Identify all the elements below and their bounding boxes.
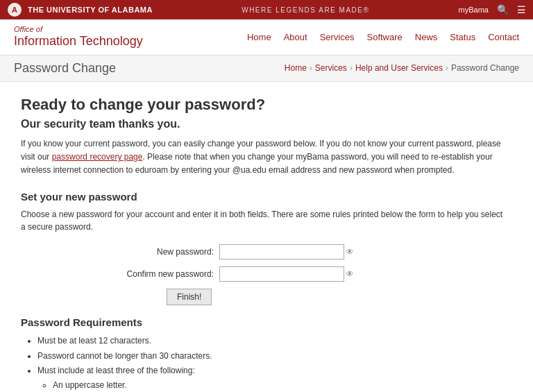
ua-logo-icon: A [7,2,22,17]
logo-it: Information Technology [14,34,143,49]
nav-about[interactable]: About [284,32,307,42]
confirm-password-input[interactable] [219,266,344,282]
intro-text: If you know your current password, you c… [21,137,507,178]
breadcrumb-home[interactable]: Home [285,63,307,73]
nav-software[interactable]: Software [367,32,403,42]
password-recovery-link[interactable]: password recovery page [52,152,143,162]
menu-icon[interactable]: ☰ [517,4,526,15]
page-title: Password Change [14,61,116,76]
breadcrumb-current: Password Change [451,63,519,73]
header: Office of Information Technology Home Ab… [0,19,533,56]
list-item: Must include at least three of the follo… [37,364,507,392]
mybama-link[interactable]: myBama [459,6,489,14]
breadcrumb-services[interactable]: Services [315,63,347,73]
nav-home[interactable]: Home [247,32,271,42]
breadcrumb-help[interactable]: Help and User Services [355,63,443,73]
sub-requirements-list: An uppercase letter. A lowercase letter.… [37,378,507,392]
password-form: New password: 👁 Confirm new password: 👁 … [21,244,507,305]
svg-text:A: A [12,6,17,14]
top-bar-left: A THE UNIVERSITY OF ALABAMA [7,2,153,17]
main-heading: Ready to change your password? [21,96,507,114]
top-bar-right: myBama 🔍 ☰ [459,4,526,15]
logo-office: Office of [14,25,143,34]
form-description: Choose a new password for your account a… [21,208,507,233]
nav-news[interactable]: News [415,32,438,42]
list-item: Must be at least 12 characters. [37,334,507,348]
new-password-input[interactable] [219,244,344,259]
show-password-icon[interactable]: 👁 [346,247,354,257]
list-item: An uppercase letter. [53,378,507,392]
finish-button[interactable]: Finish! [167,289,212,305]
show-confirm-password-icon[interactable]: 👁 [346,269,354,279]
university-name: THE UNIVERSITY OF ALABAMA [28,6,153,14]
new-password-row: New password: 👁 [21,244,354,259]
confirm-password-row: Confirm new password: 👁 [21,266,354,282]
nav-services[interactable]: Services [320,32,355,42]
content: Ready to change your password? Our secur… [0,82,527,392]
top-bar: A THE UNIVERSITY OF ALABAMA WHERE LEGEND… [0,0,533,19]
set-password-heading: Set your new password [21,191,507,203]
logo-area: Office of Information Technology [14,25,143,49]
new-password-label: New password: [157,247,214,257]
nav-contact[interactable]: Contact [488,32,519,42]
breadcrumb-sep-2: › [350,63,353,73]
breadcrumb-bar: Password Change Home › Services › Help a… [0,56,533,82]
tagline: WHERE LEGENDS ARE MADE® [153,6,459,14]
requirements-heading: Password Requirements [21,316,507,328]
confirm-password-label: Confirm new password: [127,269,214,279]
breadcrumb-sep-3: › [446,63,448,73]
breadcrumb-sep-1: › [310,63,312,73]
nav-status[interactable]: Status [450,32,475,42]
breadcrumb: Home › Services › Help and User Services… [285,63,519,73]
requirements-list: Must be at least 12 characters. Password… [21,334,507,392]
main-nav: Home About Services Software News Status… [247,32,519,42]
sub-heading: Our security team thanks you. [21,118,507,130]
search-icon[interactable]: 🔍 [497,4,509,15]
list-item: Password cannot be longer than 30 charac… [37,349,507,363]
